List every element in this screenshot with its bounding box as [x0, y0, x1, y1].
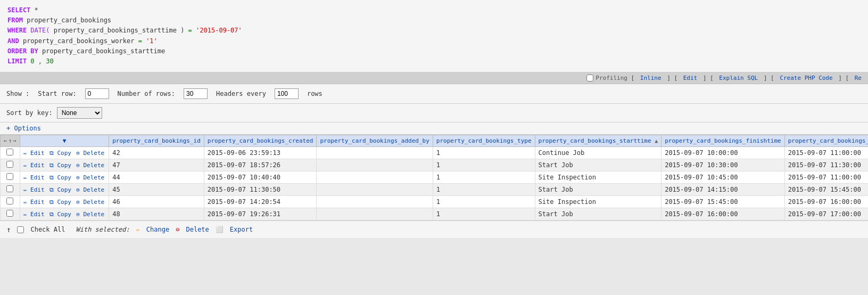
arrow-right: →	[13, 137, 16, 144]
copy-button[interactable]: ⧉ Copy	[49, 199, 71, 206]
num-rows-input[interactable]	[184, 88, 208, 99]
col-header-worker[interactable]: property_card_bookings_w...	[784, 135, 868, 147]
cell-finishtime: 2015-09-07 17:00:00	[784, 208, 868, 220]
export-link[interactable]: Export	[230, 226, 253, 233]
col-header-added-by[interactable]: property_card_bookings_added_by	[317, 135, 433, 147]
change-link[interactable]: Change	[146, 226, 169, 233]
explain-sql-link[interactable]: Explain SQL	[719, 75, 758, 81]
edit-button[interactable]: ✏ Edit	[23, 174, 45, 181]
table-container: ← ↑ → ▼ property_card_bookings_id proper…	[0, 135, 868, 220]
copy-button[interactable]: ⧉ Copy	[49, 162, 71, 169]
sql-orderby-col: property_card_bookings_starttime	[42, 47, 165, 55]
cell-finishtime: 2015-09-07 11:30:00	[784, 159, 868, 171]
delete-button[interactable]: ⊖ Delete	[76, 174, 104, 181]
delete-button[interactable]: ⊖ Delete	[76, 162, 104, 169]
edit-button[interactable]: ✏ Edit	[23, 199, 45, 206]
cell-id: 48	[109, 208, 204, 220]
row-checkbox[interactable]	[6, 173, 13, 180]
edit-button[interactable]: ✏ Edit	[23, 150, 45, 157]
cell-starttime: 2015-09-07 16:00:00	[662, 208, 785, 220]
up-arrow-icon: ↑	[6, 225, 11, 234]
col-header-finishtime[interactable]: property_card_bookings_finishtime	[662, 135, 785, 147]
row-checkbox[interactable]	[6, 210, 13, 217]
inline-link[interactable]: Inline	[640, 75, 662, 81]
row-checkbox-cell	[1, 184, 20, 196]
create-php-link[interactable]: Create PHP Code	[780, 75, 832, 81]
cell-id: 44	[109, 171, 204, 184]
row-checkbox[interactable]	[6, 198, 13, 204]
num-rows-label: Number of rows:	[118, 90, 175, 97]
edit-button[interactable]: ✏ Edit	[23, 186, 45, 193]
cell-starttime: 2015-09-07 10:45:00	[662, 171, 785, 184]
cell-added-by	[317, 147, 433, 159]
show-label: Show :	[6, 90, 29, 97]
col-header-type[interactable]: property_card_bookings_type	[433, 135, 535, 147]
row-actions: ✏ Edit ⧉ Copy ⊖ Delete	[20, 208, 109, 220]
delete-icon-footer: ⊖	[176, 226, 179, 233]
table-row: ✏ Edit ⧉ Copy ⊖ Delete 48 2015-09-07 19:…	[1, 208, 869, 220]
row-actions: ✏ Edit ⧉ Copy ⊖ Delete	[20, 196, 109, 208]
sql-where-keyword: WHERE	[7, 27, 27, 34]
cell-booking-type: Site Inspection	[535, 171, 662, 184]
options-link[interactable]: + Options	[6, 125, 41, 132]
footer-row: ↑ Check All With selected: ✏ Change ⊖ De…	[0, 220, 868, 238]
cell-added-by	[317, 159, 433, 171]
table-row: ✏ Edit ⧉ Copy ⊖ Delete 47 2015-09-07 18:…	[1, 159, 869, 171]
refresh-link[interactable]: Re	[855, 75, 862, 81]
col-header-id[interactable]: property_card_bookings_id	[109, 135, 204, 147]
row-checkbox[interactable]	[6, 149, 13, 155]
row-checkbox[interactable]	[6, 161, 13, 168]
delete-link-footer[interactable]: Delete	[186, 226, 209, 233]
cell-type: 1	[433, 208, 535, 220]
cell-starttime: 2015-09-07 14:15:00	[662, 184, 785, 196]
sql-orderby-keyword: ORDER BY	[7, 47, 38, 55]
delete-button[interactable]: ⊖ Delete	[76, 150, 104, 157]
row-checkbox-cell	[1, 171, 20, 184]
delete-button[interactable]: ⊖ Delete	[76, 186, 104, 193]
start-row-input[interactable]	[85, 88, 109, 99]
sql-select-keyword: SELECT	[7, 6, 30, 14]
copy-button[interactable]: ⧉ Copy	[49, 174, 71, 181]
check-all-checkbox[interactable]	[17, 226, 24, 233]
delete-button[interactable]: ⊖ Delete	[76, 211, 104, 218]
cell-booking-type: Start Job	[535, 184, 662, 196]
copy-button[interactable]: ⧉ Copy	[49, 211, 71, 218]
col-header-created[interactable]: property_card_bookings_created	[204, 135, 317, 147]
cell-id: 47	[109, 159, 204, 171]
sql-limit-vals: 0 , 30	[30, 58, 53, 65]
edit-sql-link[interactable]: Edit	[683, 75, 698, 81]
sql-and-keyword: AND	[7, 37, 19, 45]
sql-date-func: DATE(	[30, 27, 49, 34]
sql-date-val: '2015-09-07'	[196, 27, 242, 34]
cell-booking-type: Start Job	[535, 208, 662, 220]
row-checkbox[interactable]	[6, 185, 13, 192]
cell-finishtime: 2015-09-07 11:00:00	[784, 171, 868, 184]
sortby-select[interactable]: None PRIMARY	[57, 107, 102, 119]
copy-button[interactable]: ⧉ Copy	[49, 186, 71, 193]
row-checkbox-cell	[1, 147, 20, 159]
rows-label: rows	[307, 90, 323, 97]
sql-from-table: property_card_bookings	[27, 17, 111, 24]
col-header-starttime[interactable]: property_card_bookings_starttime ▲	[535, 135, 662, 147]
table-row: ✏ Edit ⧉ Copy ⊖ Delete 44 2015-09-07 10:…	[1, 171, 869, 184]
profiling-checkbox[interactable]	[586, 75, 593, 81]
row-checkbox-cell	[1, 208, 20, 220]
cell-booking-type: Continue Job	[535, 147, 662, 159]
results-table: ← ↑ → ▼ property_card_bookings_id proper…	[0, 135, 868, 220]
table-row: ✏ Edit ⧉ Copy ⊖ Delete 42 2015-09-06 23:…	[1, 147, 869, 159]
cell-added-by	[317, 184, 433, 196]
cell-created: 2015-09-06 23:59:13	[204, 147, 317, 159]
sql-close-paren: )	[180, 27, 184, 34]
controls-row: Show : Start row: Number of rows: Header…	[0, 84, 868, 104]
cell-created: 2015-09-07 11:30:50	[204, 184, 317, 196]
cell-type: 1	[433, 171, 535, 184]
edit-button[interactable]: ✏ Edit	[23, 211, 45, 218]
cell-booking-type: Start Job	[535, 159, 662, 171]
delete-button[interactable]: ⊖ Delete	[76, 199, 104, 206]
edit-button[interactable]: ✏ Edit	[23, 162, 45, 169]
col-header-sort[interactable]: ▼	[20, 135, 109, 147]
profiling-label: Profiling	[586, 75, 627, 81]
headers-every-input[interactable]	[275, 88, 299, 99]
copy-button[interactable]: ⧉ Copy	[49, 150, 71, 157]
cell-created: 2015-09-07 18:57:26	[204, 159, 317, 171]
